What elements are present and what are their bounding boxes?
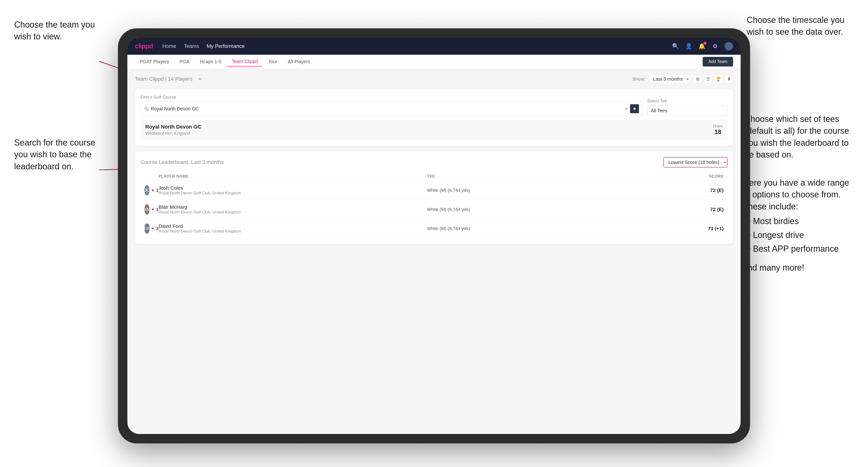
tee-select-field: Select Tee All Tees: [647, 99, 727, 116]
notification-icon[interactable]: 🔔 1: [698, 42, 706, 50]
notification-badge: 1: [703, 41, 707, 45]
annotation-top-left: Choose the team you wish to view.: [14, 19, 95, 43]
navbar-actions: 🔍 👤 🔔 1 ⚙ 👤: [672, 42, 733, 51]
course-search-input[interactable]: [151, 106, 623, 112]
app-logo: clippd: [135, 42, 153, 50]
search-icon[interactable]: 🔍: [672, 42, 679, 50]
view-icons: ⊞ ☰ 🏆 ⬇: [693, 75, 733, 83]
player-details-2: Blair McHarg Royal North Devon Golf Club…: [158, 204, 241, 215]
search-field: Find a Golf Course 🔍 ✕ ★: [141, 95, 643, 116]
list-icon[interactable]: ☰: [704, 75, 712, 83]
team-count: | 14 Players: [165, 76, 192, 82]
option-app: Best APP performance: [748, 243, 849, 255]
player-info-1: Josh Coles Royal North Devon Golf Club, …: [158, 185, 427, 195]
annotation-top-right: Choose the timescale you wish to see the…: [747, 14, 844, 38]
course-name: Royal North Devon GC: [145, 124, 201, 130]
add-team-button[interactable]: Add Team: [703, 57, 733, 66]
col-score: SCORE: [695, 174, 724, 179]
annotation-left-middle: Search for the course you wish to base t…: [14, 137, 95, 173]
and-more-text: and many more!: [743, 262, 849, 274]
options-list: Most birdies Longest drive Best APP perf…: [748, 215, 849, 255]
player-details-1: Josh Coles Royal North Devon Golf Club, …: [158, 185, 241, 195]
table-row: JC ♥ 1 Josh Coles Royal North Devon Golf…: [141, 181, 727, 200]
rank-cell-2: BM ♥ 1: [144, 204, 158, 215]
favorite-button[interactable]: ★: [630, 104, 639, 113]
subnav-tour[interactable]: Tour: [264, 57, 282, 66]
heart-icon-1[interactable]: ♥: [151, 188, 154, 193]
player-name-2: Blair McHarg: [158, 204, 241, 210]
heart-icon-2[interactable]: ♥: [151, 207, 154, 212]
subnav-all-players[interactable]: All Players: [283, 57, 315, 66]
subnav-team-clippd[interactable]: Team Clippd: [227, 57, 262, 66]
col-player: PLAYER NAME: [158, 174, 427, 179]
nav-my-performance[interactable]: My Performance: [207, 43, 245, 49]
main-content: Team Clippd | 14 Players ✏ Show: Last 3 …: [127, 69, 741, 434]
select-tee-label: Select Tee: [647, 99, 727, 103]
find-course-label: Find a Golf Course: [141, 95, 643, 100]
score-cell-1: 72 (E): [695, 187, 724, 193]
option-drive: Longest drive: [748, 229, 849, 241]
score-type-select[interactable]: Lowest Score (18 holes): [663, 157, 727, 167]
navbar-nav: Home Teams My Performance: [162, 43, 672, 49]
col-tee: TEE: [427, 174, 695, 179]
leaderboard-period: Last 3 months: [191, 159, 224, 165]
tee-cell-3: White (M) (6,744 yds): [427, 226, 695, 231]
table-row: DF ♥ 3 David Ford Royal North Devon Golf…: [141, 219, 727, 238]
holes-number: 18: [713, 128, 723, 135]
table-header: PLAYER NAME TEE SCORE: [141, 172, 727, 181]
rank-2: 1: [156, 207, 158, 212]
clear-search-icon[interactable]: ✕: [625, 106, 628, 111]
course-location: Westward Ho!, England: [145, 131, 201, 136]
team-title: Team Clippd | 14 Players: [135, 76, 192, 82]
grid-icon[interactable]: ⊞: [693, 75, 702, 83]
avatar[interactable]: 👤: [724, 42, 733, 51]
score-cell-2: 72 (E): [695, 207, 724, 212]
tee-cell-2: White (M) (6,744 yds): [427, 207, 695, 212]
rank-cell-1: JC ♥ 1: [144, 185, 158, 195]
col-rank: [144, 174, 158, 179]
rank-3: 3: [156, 226, 158, 231]
player-club-3: Royal North Devon Golf Club, United King…: [158, 229, 241, 234]
player-name-1: Josh Coles: [158, 185, 241, 191]
people-icon[interactable]: 👤: [685, 42, 692, 50]
player-avatar-3: DF: [144, 223, 150, 234]
heart-icon-3[interactable]: ♥: [151, 226, 154, 231]
subnav-hcaps[interactable]: Hcaps 1-5: [195, 57, 226, 66]
show-select[interactable]: Last 3 months: [649, 74, 690, 84]
player-name-3: David Ford: [158, 223, 241, 229]
player-club-1: Royal North Devon Golf Club, United King…: [158, 191, 241, 195]
app-container: clippd Home Teams My Performance 🔍 👤 🔔 1…: [127, 38, 741, 434]
leaderboard-title: Course Leaderboard, Last 3 months: [141, 159, 224, 165]
leaderboard-table: PLAYER NAME TEE SCORE JC ♥ 1: [141, 172, 727, 238]
nav-home[interactable]: Home: [162, 43, 176, 49]
annotation-right-middle: Choose which set of tees (default is all…: [744, 113, 849, 161]
download-icon[interactable]: ⬇: [724, 75, 733, 83]
team-controls: Show: Last 3 months ⊞ ☰ 🏆 ⬇: [632, 74, 733, 84]
player-avatar-1: JC: [144, 185, 150, 195]
trophy-icon[interactable]: 🏆: [714, 75, 723, 83]
tablet-screen: clippd Home Teams My Performance 🔍 👤 🔔 1…: [127, 38, 741, 434]
nav-teams[interactable]: Teams: [184, 43, 199, 49]
navbar: clippd Home Teams My Performance 🔍 👤 🔔 1…: [127, 38, 741, 55]
tee-cell-1: White (M) (6,744 yds): [427, 188, 695, 193]
leaderboard-section: Course Leaderboard, Last 3 months Lowest…: [135, 151, 733, 244]
subnav-pgat[interactable]: PGAT Players: [135, 57, 174, 66]
holes-box: Holes 18: [713, 124, 723, 135]
show-label: Show:: [632, 76, 645, 82]
edit-icon[interactable]: ✏: [198, 76, 202, 82]
subnav-pga[interactable]: PGA: [175, 57, 194, 66]
search-section: Find a Golf Course 🔍 ✕ ★ Select Tee: [135, 89, 733, 146]
settings-icon[interactable]: ⚙: [711, 42, 719, 50]
player-club-2: Royal North Devon Golf Club, United King…: [158, 210, 241, 215]
tee-select[interactable]: All Tees: [647, 105, 727, 116]
team-header: Team Clippd | 14 Players ✏ Show: Last 3 …: [135, 74, 733, 84]
tablet-frame: clippd Home Teams My Performance 🔍 👤 🔔 1…: [118, 28, 750, 443]
search-input-wrapper: 🔍 ✕ ★: [141, 102, 643, 116]
player-details-3: David Ford Royal North Devon Golf Club, …: [158, 223, 241, 234]
score-cell-3: 73 (+1): [695, 226, 724, 231]
rank-cell-3: DF ♥ 3: [144, 223, 158, 234]
leaderboard-header: Course Leaderboard, Last 3 months Lowest…: [141, 157, 727, 167]
course-result: Royal North Devon GC Westward Ho!, Engla…: [141, 120, 727, 140]
rank-1: 1: [156, 188, 158, 193]
course-info: Royal North Devon GC Westward Ho!, Engla…: [145, 124, 201, 136]
